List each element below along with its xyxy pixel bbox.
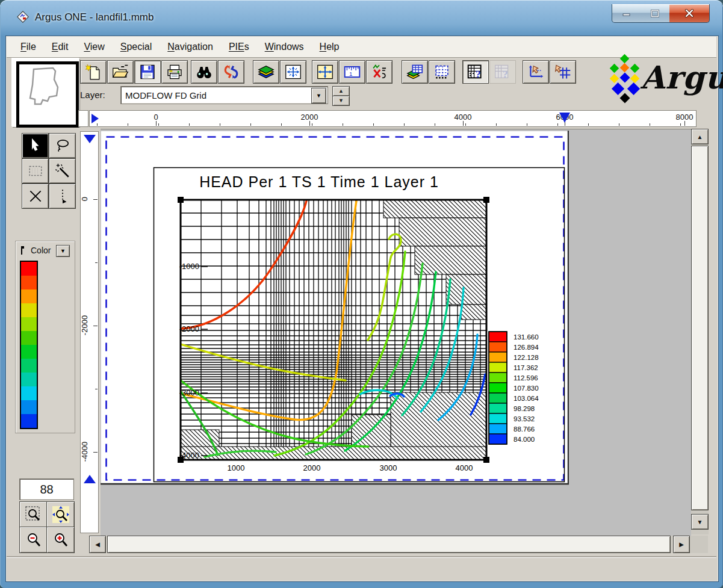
color-ramp-band (21, 400, 37, 414)
y-axis-label: -1000 (179, 262, 199, 271)
selection-handle[interactable] (178, 197, 184, 203)
grid-info-button[interactable]: ? (462, 60, 489, 84)
x-axis-label: 3000 (380, 463, 397, 472)
maximize-icon (651, 10, 659, 17)
ruler-minor-tick (404, 123, 405, 126)
ruler-label: -4000 (80, 440, 89, 464)
selection-handle[interactable] (483, 197, 489, 203)
ruler-units-icon: 1 (343, 64, 361, 80)
horizontal-scrollbar[interactable]: ◀ ▶ (89, 536, 708, 553)
scroll-up-button[interactable]: ▲ (691, 129, 709, 144)
new-document-button[interactable] (80, 60, 107, 84)
menu-item-file[interactable]: File (13, 42, 44, 52)
title-bar[interactable]: Argus ONE - landfil1.mmb (0, 0, 723, 36)
scroll-left-button[interactable]: ◀ (89, 536, 106, 553)
grid-crosshair-button[interactable] (312, 60, 338, 84)
pointer-tool-button[interactable] (22, 133, 49, 158)
layers-button[interactable] (253, 60, 279, 84)
magic-wand-tool-button[interactable] (49, 158, 76, 184)
document-page[interactable]: HEAD Per 1 TS 1 Time 1 Layer 11000200030… (101, 131, 569, 485)
legend-swatch (489, 424, 507, 434)
magnification-field[interactable]: 88 (19, 478, 74, 500)
print-button[interactable] (161, 60, 188, 84)
find-button[interactable] (191, 60, 217, 84)
menu-item-special[interactable]: Special (113, 42, 160, 52)
magic-wand-icon (55, 163, 70, 179)
ruler-minor-tick (189, 123, 190, 126)
vertical-ruler[interactable]: 0-2000-4000 (80, 131, 99, 533)
menu-item-help[interactable]: Help (312, 42, 347, 52)
selection-handle[interactable] (483, 457, 489, 463)
arrow-right-icon: ▶ (679, 541, 684, 548)
maximize-button[interactable] (641, 4, 670, 23)
legend-swatch (489, 403, 507, 413)
undo-redo-button[interactable] (218, 60, 244, 84)
minimize-button[interactable] (612, 4, 642, 23)
delete-cross-tool-button[interactable] (22, 184, 49, 209)
ruler-minor-tick (527, 123, 527, 126)
inactive-cells-hatch (415, 246, 486, 274)
menu-item-navigation[interactable]: Navigation (160, 42, 221, 52)
horizontal-ruler[interactable]: 02000400060008000 (89, 110, 697, 127)
color-dropdown-button[interactable]: ▼ (56, 245, 70, 257)
arrow-left-icon: ◀ (95, 541, 100, 548)
vertical-scroll-thumb[interactable] (691, 146, 709, 510)
vertex-line-tool-button[interactable] (49, 184, 76, 209)
project-preview-pane[interactable] (12, 58, 79, 127)
color-panel: Color ▼ (15, 241, 75, 433)
new-document-icon (84, 64, 102, 80)
ruler-label: 0 (80, 187, 89, 211)
legend-swatch (489, 352, 507, 362)
zoom-extents-button[interactable] (46, 501, 75, 528)
legend-value: 131.660 (514, 333, 539, 341)
menu-item-view[interactable]: View (76, 42, 112, 52)
grid-info-ghost-icon: ? (494, 64, 512, 80)
horizontal-scroll-thumb[interactable] (107, 536, 671, 553)
vertical-scrollbar[interactable]: ▲ ▼ (691, 129, 709, 534)
vertex-line-icon (55, 188, 70, 204)
zoom-out-button[interactable] (19, 527, 48, 553)
close-button[interactable] (669, 4, 710, 23)
legend-swatch (489, 434, 507, 444)
zoom-grid-extents-button[interactable] (280, 60, 306, 84)
chart-title: HEAD Per 1 TS 1 Time 1 Layer 1 (199, 173, 439, 190)
layer-dropdown[interactable]: MODFLOW FD Grid ▼ (120, 86, 328, 104)
layer-dropdown-arrow[interactable]: ▼ (311, 88, 326, 104)
ruler-page-bottom-marker-icon (84, 475, 96, 483)
menu-item-pies[interactable]: PIEs (221, 42, 257, 52)
open-file-button[interactable] (107, 60, 134, 84)
x-axis-label: 1000 (228, 463, 245, 472)
save-file-button[interactable] (134, 60, 161, 84)
layers-table-button[interactable] (402, 60, 428, 84)
ruler-units-button[interactable]: 1 (339, 60, 365, 84)
color-ramp[interactable] (20, 261, 38, 429)
argus-logo-text: Argus (641, 59, 723, 96)
move-axes-button[interactable] (523, 60, 549, 84)
chevron-up-icon: ▲ (338, 88, 344, 94)
lasso-tool-button[interactable] (49, 133, 76, 158)
marquee-tool-button[interactable] (22, 158, 49, 184)
zoom-window-button[interactable] (19, 501, 48, 528)
chevron-down-icon: ▼ (316, 93, 321, 99)
menu-item-edit[interactable]: Edit (44, 42, 76, 52)
layer-dropdown-value: MODFLOW FD Grid (125, 90, 206, 101)
ruler-minor-tick (373, 123, 374, 126)
ruler-major-tick (463, 121, 464, 126)
ruler-minor-tick (97, 123, 98, 126)
grid-spacing-button[interactable] (429, 60, 455, 84)
ruler-minor-tick (95, 262, 98, 263)
scroll-right-button[interactable]: ▶ (673, 536, 690, 553)
zoom-in-button[interactable] (46, 527, 75, 553)
menu-item-windows[interactable]: Windows (257, 42, 312, 52)
minimize-icon (622, 10, 631, 17)
layer-spinner-up[interactable]: ▲ (332, 86, 350, 96)
ruler-minor-tick (588, 123, 589, 126)
scroll-down-button[interactable]: ▼ (691, 514, 709, 530)
ruler-page-extent-marker-icon (559, 113, 570, 123)
ruler-minor-tick (496, 123, 497, 126)
layer-spinner-down[interactable]: ▼ (332, 96, 350, 106)
legend-value: 98.298 (514, 405, 535, 412)
ruler-minor-tick (158, 123, 159, 126)
move-grid-button[interactable] (550, 60, 576, 84)
delete-grid-lines-button[interactable] (366, 60, 393, 84)
